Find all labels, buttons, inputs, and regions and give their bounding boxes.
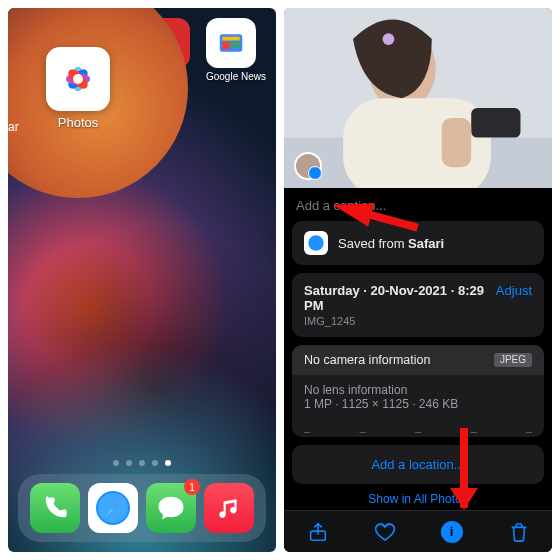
page-indicator[interactable] <box>8 460 276 466</box>
svg-rect-4 <box>231 46 240 49</box>
saved-from-card[interactable]: Saved from Safari <box>292 221 544 265</box>
svg-rect-2 <box>222 42 230 50</box>
info-icon: i <box>441 521 463 543</box>
caption-field[interactable]: Add a caption... <box>284 188 552 221</box>
photo-preview[interactable] <box>284 8 552 188</box>
messages-app-icon[interactable]: 1 <box>146 483 196 533</box>
format-tag: JPEG <box>494 353 532 367</box>
info-button[interactable]: i <box>437 517 467 547</box>
svg-point-13 <box>73 74 83 84</box>
page-dot[interactable] <box>139 460 145 466</box>
image-specs: 1 MP · 1125 × 1125 · 246 KB <box>304 397 532 411</box>
page-dot[interactable] <box>152 460 158 466</box>
trash-icon[interactable] <box>504 517 534 547</box>
saved-from-text: Saved from Safari <box>338 236 444 251</box>
annotation-arrow-icon <box>460 428 468 508</box>
photo-info-panel: Add a caption... Saved from Safari Satur… <box>284 8 552 552</box>
camera-title: No camera information <box>304 353 430 367</box>
face-detection-badge[interactable] <box>294 152 322 180</box>
exif-dashes: ––––– <box>292 419 544 437</box>
homescreen-panel: T Google News <box>8 8 276 552</box>
favorite-heart-icon[interactable] <box>370 517 400 547</box>
camera-info-card: No camera information JPEG No lens infor… <box>292 345 544 437</box>
svg-rect-31 <box>442 118 472 167</box>
add-location-button[interactable]: Add a location... <box>292 445 544 484</box>
page-dot-active[interactable] <box>165 460 171 466</box>
svg-rect-30 <box>471 108 520 138</box>
app-label: Google News <box>206 71 266 82</box>
photo-filename: IMG_1245 <box>304 315 532 327</box>
metadata-card: Saturday · 20-Nov-2021 · 8:29 PM Adjust … <box>292 273 544 337</box>
photos-app-label: Photos <box>46 115 110 130</box>
page-dot[interactable] <box>126 460 132 466</box>
svg-rect-1 <box>222 37 240 41</box>
photo-toolbar: i <box>284 510 552 552</box>
share-icon[interactable] <box>303 517 333 547</box>
svg-rect-3 <box>231 42 240 45</box>
dock: 1 <box>18 474 266 542</box>
phone-app-icon[interactable] <box>30 483 80 533</box>
photo-date: Saturday · 20-Nov-2021 · 8:29 PM <box>304 283 496 313</box>
notification-badge: 1 <box>184 479 200 495</box>
safari-icon <box>304 231 328 255</box>
adjust-button[interactable]: Adjust <box>496 283 532 298</box>
photo-illustration <box>284 8 552 188</box>
page-dot[interactable] <box>113 460 119 466</box>
app-slot-google-news[interactable]: Google News <box>206 18 266 82</box>
partial-app-label: ar <box>8 120 19 134</box>
music-app-icon[interactable] <box>204 483 254 533</box>
photos-flower-icon <box>56 57 100 101</box>
google-news-icon[interactable] <box>206 18 256 68</box>
lens-info: No lens information <box>304 383 532 397</box>
photos-app-icon[interactable] <box>46 47 110 111</box>
svg-point-28 <box>383 33 395 45</box>
safari-app-icon[interactable] <box>88 483 138 533</box>
show-in-all-photos-button[interactable]: Show in All Photos <box>284 490 552 510</box>
